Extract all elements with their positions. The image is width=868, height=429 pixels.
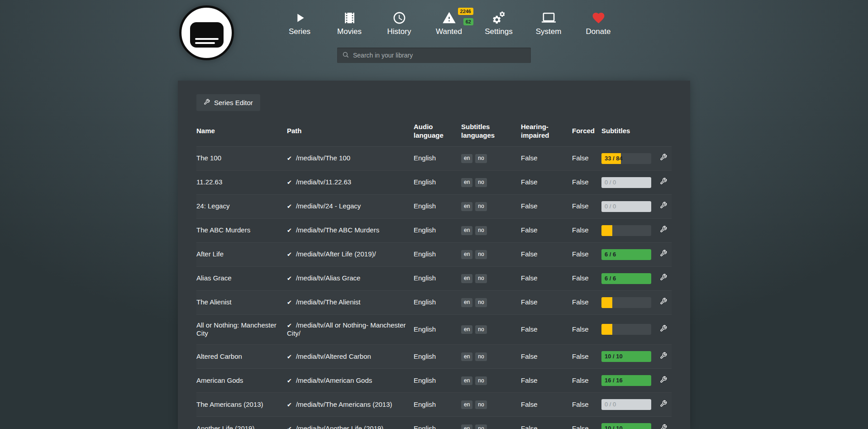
wrench-icon: [204, 99, 210, 106]
subtitles-progress-label: 0 / 0: [605, 201, 616, 212]
subtitles-progress: 0 / 0: [601, 177, 651, 188]
nav-item-settings[interactable]: Settings: [483, 11, 514, 36]
logo-subtitle-screen-icon: [190, 22, 224, 48]
subtitles-progress-label: 6 / 6: [605, 249, 616, 260]
nav-item-history[interactable]: History: [384, 11, 415, 36]
forced-value: False: [572, 146, 601, 170]
actions-cell: [658, 218, 672, 242]
edit-series-wrench-icon[interactable]: [660, 250, 667, 259]
edit-series-wrench-icon[interactable]: [660, 274, 667, 283]
series-name-link[interactable]: American Gods: [196, 376, 243, 384]
nav-item-system[interactable]: System: [533, 11, 564, 36]
edit-series-wrench-icon[interactable]: [660, 202, 667, 211]
series-path: /media/tv/All or Nothing- Manchester Cit…: [287, 321, 406, 337]
subtitles-progress: [601, 324, 651, 335]
series-path-cell: ✔/media/tv/The 100: [287, 146, 414, 170]
series-path: /media/tv/Altered Carbon: [296, 352, 371, 360]
check-icon: ✔: [287, 203, 292, 210]
language-badge: en: [461, 226, 472, 235]
hearing-impaired-value: False: [521, 170, 572, 194]
series-name-cell: 24: Legacy: [196, 194, 287, 218]
series-name-link[interactable]: Another Life (2019): [196, 424, 254, 429]
table-row: All or Nothing: Manchester City ✔/media/…: [196, 314, 672, 345]
language-badge: no: [475, 376, 486, 385]
hearing-impaired-value: False: [521, 417, 572, 429]
language-badge: no: [475, 352, 486, 361]
nav-item-donate[interactable]: Donate: [583, 11, 614, 36]
series-name-link[interactable]: 11.22.63: [196, 178, 222, 186]
col-header-path: Path: [287, 118, 414, 146]
series-path-cell: ✔/media/tv/American Gods: [287, 369, 414, 393]
subtitle-languages: enno: [461, 266, 521, 290]
series-name-link[interactable]: All or Nothing: Manchester City: [196, 321, 277, 337]
nav-label: History: [387, 27, 411, 36]
subtitles-progress-label: 0 / 0: [605, 177, 616, 188]
nav-item-wanted[interactable]: 2246 62 Wanted: [434, 11, 464, 36]
subtitles-progress: 10 / 10: [601, 423, 651, 429]
edit-series-wrench-icon[interactable]: [660, 376, 667, 386]
language-badge: en: [461, 154, 472, 163]
language-badge: en: [461, 178, 472, 187]
forced-value: False: [572, 218, 601, 242]
nav-item-movies[interactable]: Movies: [334, 11, 365, 36]
series-name-cell: Alias Grace: [196, 266, 287, 290]
actions-cell: [658, 242, 672, 266]
actions-cell: [658, 417, 672, 429]
edit-series-wrench-icon[interactable]: [660, 226, 667, 235]
series-name-cell: The Americans (2013): [196, 393, 287, 417]
forced-value: False: [572, 170, 601, 194]
nav-label: Movies: [337, 27, 362, 36]
series-name-link[interactable]: The Alienist: [196, 298, 232, 306]
edit-series-wrench-icon[interactable]: [660, 154, 667, 163]
nav-item-series[interactable]: Series: [284, 11, 315, 36]
series-name-cell: After Life: [196, 242, 287, 266]
subtitles-cell: [601, 290, 658, 314]
language-badge: en: [461, 400, 472, 409]
search-input[interactable]: [353, 52, 526, 59]
hearing-impaired-value: False: [521, 314, 572, 345]
language-badge: en: [461, 298, 472, 307]
check-icon: ✔: [287, 425, 292, 429]
series-name-link[interactable]: The ABC Murders: [196, 226, 250, 234]
edit-series-wrench-icon[interactable]: [660, 424, 667, 429]
check-icon: ✔: [287, 179, 292, 186]
hearing-impaired-value: False: [521, 369, 572, 393]
series-path-cell: ✔/media/tv/Altered Carbon: [287, 345, 414, 369]
series-name-link[interactable]: 24: Legacy: [196, 202, 229, 210]
audio-language: English: [414, 314, 461, 345]
series-name-link[interactable]: After Life: [196, 250, 224, 258]
gears-icon: [492, 11, 506, 25]
language-badge: no: [475, 400, 486, 409]
series-name-link[interactable]: Alias Grace: [196, 274, 232, 282]
subtitle-languages: enno: [461, 369, 521, 393]
series-name-link[interactable]: Altered Carbon: [196, 352, 242, 360]
edit-series-wrench-icon[interactable]: [660, 352, 667, 362]
subtitles-cell: 6 / 6: [601, 266, 658, 290]
series-editor-button[interactable]: Series Editor: [196, 94, 260, 111]
app-logo[interactable]: [179, 5, 234, 60]
hearing-impaired-value: False: [521, 194, 572, 218]
series-path: /media/tv/The 100: [296, 154, 350, 162]
table-row: Another Life (2019) ✔/media/tv/Another L…: [196, 417, 672, 429]
edit-series-wrench-icon[interactable]: [660, 400, 667, 410]
edit-series-wrench-icon[interactable]: [660, 178, 667, 187]
subtitles-cell: 33 / 84: [601, 146, 658, 170]
language-badge: no: [475, 424, 486, 429]
clock-icon: [392, 11, 406, 25]
series-path: /media/tv/11.22.63: [296, 178, 351, 186]
film-icon: [343, 11, 357, 25]
subtitles-progress: 6 / 6: [601, 249, 651, 260]
table-row: The ABC Murders ✔/media/tv/The ABC Murde…: [196, 218, 672, 242]
check-icon: ✔: [287, 299, 292, 306]
edit-series-wrench-icon[interactable]: [660, 325, 667, 334]
series-name-cell: The ABC Murders: [196, 218, 287, 242]
series-name-link[interactable]: The 100: [196, 154, 221, 162]
edit-series-wrench-icon[interactable]: [660, 298, 667, 307]
series-path: /media/tv/The Americans (2013): [296, 400, 392, 408]
laptop-icon: [542, 11, 556, 25]
forced-value: False: [572, 290, 601, 314]
series-path: /media/tv/American Gods: [296, 376, 372, 384]
series-name-link[interactable]: The Americans (2013): [196, 400, 263, 408]
subtitles-progress-label: 0 / 0: [605, 399, 616, 410]
col-header-name: Name: [196, 118, 287, 146]
